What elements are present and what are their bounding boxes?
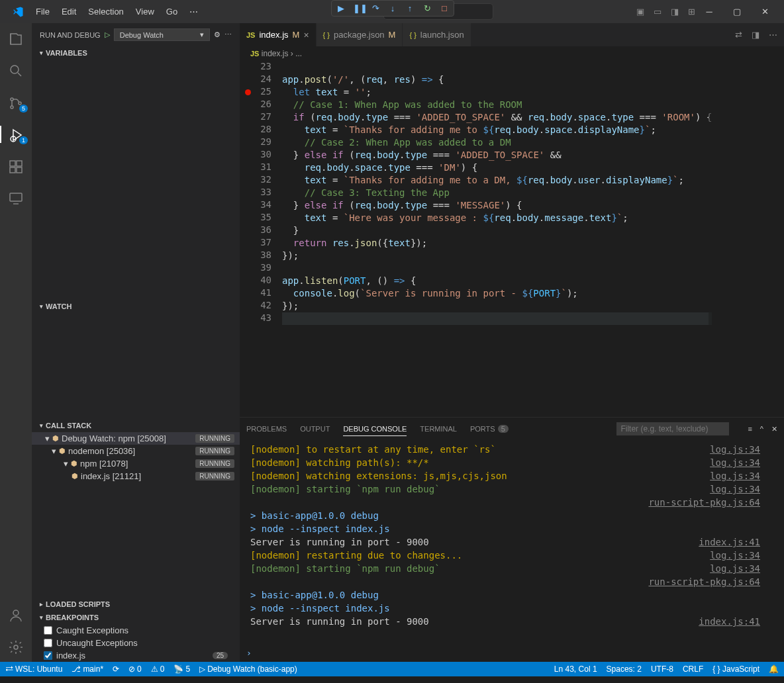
- tab-launch.json[interactable]: { } launch.json: [403, 23, 471, 46]
- panel-tabs: PROBLEMSOUTPUTDEBUG CONSOLETERMINALPORTS…: [240, 418, 784, 440]
- extensions-icon[interactable]: [0, 158, 32, 175]
- log-line: > basic-app@1.0.0 debug: [250, 588, 760, 602]
- log-source-link[interactable]: log.js:34: [710, 482, 760, 496]
- explorer-icon[interactable]: [0, 30, 32, 47]
- panel-tab-debug-console[interactable]: DEBUG CONSOLE: [343, 422, 407, 436]
- log-source-link[interactable]: log.js:34: [710, 443, 760, 456]
- variables-section-header[interactable]: ▾VARIABLES: [32, 46, 240, 60]
- status-item[interactable]: ▷Debug Watch (basic-app): [199, 664, 297, 674]
- panel-tab-output[interactable]: OUTPUT: [300, 422, 330, 435]
- menu-selection[interactable]: Selection: [83, 4, 128, 19]
- menu-bar: FileEditSelectionViewGo⋯: [30, 4, 203, 19]
- remote-explorer-icon[interactable]: [0, 189, 32, 206]
- callstack-section-header[interactable]: ▾CALL STACK: [32, 419, 240, 432]
- callstack-item[interactable]: ▾ ⬢ Debug Watch: npm [25008]RUNNING: [32, 432, 240, 445]
- callstack-item[interactable]: ▾ ⬢ nodemon [25036]RUNNING: [32, 445, 240, 457]
- debug-settings-icon[interactable]: ⚙: [214, 30, 220, 39]
- bp-uncaught[interactable]: Uncaught Exceptions: [32, 637, 240, 649]
- status-item[interactable]: ⟳: [113, 664, 119, 674]
- panel-list-icon[interactable]: ≡: [748, 425, 752, 433]
- breakpoints-section-header[interactable]: ▾BREAKPOINTS: [32, 611, 240, 624]
- menu-⋯[interactable]: ⋯: [184, 4, 203, 19]
- panel-tab-problems[interactable]: PROBLEMS: [246, 422, 287, 435]
- status-item[interactable]: { } JavaScript: [712, 664, 760, 674]
- callstack-item[interactable]: ⬢ index.js [21121]RUNNING: [32, 470, 240, 482]
- debug-console-output[interactable]: [nodemon] to restart at any time, enter …: [240, 440, 784, 644]
- debug-step-over-icon[interactable]: ↷: [370, 3, 381, 13]
- loaded-scripts-header[interactable]: ▸LOADED SCRIPTS: [32, 598, 240, 611]
- debug-step-into-icon[interactable]: ↓: [387, 3, 398, 13]
- log-source-link[interactable]: index.js:41: [699, 615, 760, 628]
- scm-icon[interactable]: 5: [0, 93, 32, 111]
- vscode-logo-icon: [12, 6, 24, 18]
- bp-uncaught-checkbox[interactable]: [44, 639, 52, 647]
- menu-edit[interactable]: Edit: [56, 4, 81, 19]
- status-item[interactable]: ⚠0: [151, 664, 165, 674]
- log-source-link[interactable]: index.js:41: [699, 535, 760, 549]
- log-source-link[interactable]: log.js:34: [710, 469, 760, 482]
- breadcrumbs[interactable]: JS index.js › ...: [240, 46, 784, 61]
- tab-more-icon[interactable]: ⋯: [769, 30, 777, 40]
- menu-file[interactable]: File: [30, 4, 55, 19]
- status-item[interactable]: ⊘0: [128, 664, 142, 674]
- layout-icon-1[interactable]: ▭: [654, 7, 662, 17]
- watch-section-header[interactable]: ▾WATCH: [32, 300, 240, 313]
- debug-stop-icon[interactable]: □: [439, 3, 450, 13]
- status-item[interactable]: 🔔: [769, 664, 779, 674]
- tab-package.json[interactable]: { } package.json M: [317, 23, 403, 46]
- debug-restart-icon[interactable]: ↻: [422, 3, 432, 13]
- status-item[interactable]: Ln 43, Col 1: [554, 664, 597, 674]
- layout-icon-0[interactable]: ▣: [636, 7, 644, 17]
- log-source-link[interactable]: run-script-pkg.js:64: [648, 575, 760, 588]
- account-icon[interactable]: [0, 606, 32, 623]
- bp-file-checkbox[interactable]: [44, 651, 52, 660]
- debug-pause-icon[interactable]: ❚❚: [353, 3, 364, 13]
- minimap[interactable]: [709, 61, 775, 417]
- debug-continue-icon[interactable]: ▶: [336, 3, 346, 13]
- window-minimize-icon[interactable]: ─: [695, 7, 723, 17]
- layout-icon-3[interactable]: ⊞: [688, 7, 695, 17]
- layout-icon-2[interactable]: ◨: [671, 7, 679, 17]
- bp-caught-checkbox[interactable]: [44, 626, 52, 635]
- status-item[interactable]: 📡5: [173, 664, 190, 674]
- split-editor-icon[interactable]: ◨: [752, 30, 760, 40]
- menu-view[interactable]: View: [130, 4, 160, 19]
- log-source-link[interactable]: log.js:34: [710, 456, 760, 469]
- debug-config-select[interactable]: Debug Watch ▾: [114, 28, 210, 41]
- debug-icon[interactable]: 1: [0, 126, 32, 143]
- tab-close-icon[interactable]: ×: [303, 30, 309, 40]
- log-source-link[interactable]: log.js:34: [710, 562, 760, 575]
- log-source-link[interactable]: run-script-pkg.js:64: [648, 496, 760, 509]
- menu-go[interactable]: Go: [161, 4, 183, 19]
- editor-main: JS index.js M ×{ } package.json M{ } lau…: [240, 23, 784, 662]
- callstack-item[interactable]: ▾ ⬢ npm [21078]RUNNING: [32, 457, 240, 470]
- window-maximize-icon[interactable]: ▢: [723, 7, 751, 17]
- status-item[interactable]: CRLF: [683, 664, 703, 674]
- panel-maximize-icon[interactable]: ^: [760, 425, 763, 433]
- debug-console-input[interactable]: ›: [240, 644, 784, 662]
- tab-index.js[interactable]: JS index.js M ×: [240, 23, 317, 46]
- start-debug-icon[interactable]: ▷: [105, 30, 110, 39]
- debug-step-out-icon[interactable]: ↑: [405, 3, 415, 13]
- svg-point-2: [11, 106, 13, 109]
- search-icon[interactable]: [0, 62, 32, 79]
- status-item[interactable]: ⮂WSL: Ubuntu: [5, 664, 62, 674]
- compare-icon[interactable]: ⇄: [735, 30, 742, 40]
- editor[interactable]: 2324252627282930313233343536373839404142…: [240, 61, 784, 417]
- log-source-link[interactable]: log.js:34: [710, 549, 760, 562]
- panel-close-icon[interactable]: ✕: [771, 425, 777, 433]
- debug-filter-input[interactable]: [616, 422, 729, 435]
- sidebar: RUN AND DEBUG ▷ Debug Watch ▾ ⚙ ⋯ ▾VARIA…: [32, 23, 240, 662]
- settings-gear-icon[interactable]: [0, 638, 32, 655]
- bp-caught[interactable]: Caught Exceptions: [32, 624, 240, 637]
- window-close-icon[interactable]: ✕: [751, 7, 779, 17]
- status-item[interactable]: ⎇main*: [72, 664, 103, 674]
- status-item[interactable]: UTF-8: [651, 664, 673, 674]
- status-item[interactable]: Spaces: 2: [607, 664, 642, 674]
- bp-file[interactable]: index.js25: [32, 649, 240, 662]
- breakpoint-dot-icon[interactable]: [245, 89, 251, 95]
- panel-tab-ports[interactable]: PORTS5: [470, 422, 509, 435]
- more-icon[interactable]: ⋯: [224, 30, 232, 39]
- panel-tab-terminal[interactable]: TERMINAL: [420, 422, 457, 435]
- log-line: [nodemon] watching path(s): **/*log.js:3…: [250, 456, 760, 469]
